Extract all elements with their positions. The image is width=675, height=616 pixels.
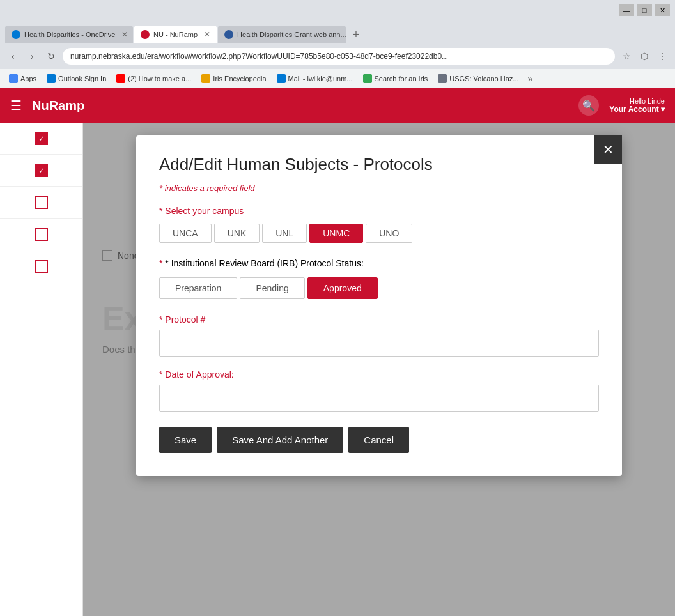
- status-buttons-group: Preparation Pending Approved: [159, 277, 599, 299]
- bookmark-icon-iris: [201, 74, 210, 83]
- bookmark-search-iris[interactable]: Search for an Iris: [359, 73, 432, 84]
- approval-date-field: * Date of Approval:: [159, 369, 599, 412]
- bookmark-icon-search-iris: [363, 74, 372, 83]
- tab-label-1: Health Disparities - OneDrive: [24, 31, 115, 38]
- tab-favicon-1: [12, 30, 20, 39]
- bookmark-label-outlook: Outlook Sign In: [58, 75, 106, 82]
- campus-btn-unmc[interactable]: UNMC: [309, 224, 363, 243]
- sidebar-item-4[interactable]: [0, 219, 82, 250]
- campus-btn-unca[interactable]: UNCA: [159, 224, 212, 243]
- app-header: ☰ NuRamp 🔍 Hello Linde Your Account ▾: [0, 88, 675, 123]
- modal-close-button[interactable]: ✕: [594, 135, 622, 164]
- maximize-button[interactable]: □: [637, 4, 652, 16]
- back-button[interactable]: ‹: [5, 49, 20, 64]
- bookmark-usgs[interactable]: USGS: Volcano Haz...: [434, 73, 522, 84]
- hamburger-menu-icon[interactable]: ☰: [10, 98, 22, 113]
- tab-close-2[interactable]: ✕: [204, 30, 210, 39]
- required-note: * indicates a required field: [159, 183, 599, 193]
- sidebar-item-5[interactable]: [0, 250, 82, 282]
- sidebar-checkbox-5: [35, 260, 48, 273]
- save-button[interactable]: Save: [159, 427, 212, 453]
- irb-required-star: *: [159, 258, 165, 268]
- tab-close-1[interactable]: ✕: [121, 30, 128, 39]
- approval-date-label: * Date of Approval:: [159, 369, 599, 380]
- approval-date-input[interactable]: [159, 385, 599, 412]
- irb-label-text: * Institutional Review Board (IRB) Proto…: [165, 258, 363, 268]
- minimize-button[interactable]: —: [619, 4, 634, 16]
- bookmark-label-search-iris: Search for an Iris: [375, 75, 428, 82]
- bookmark-label-apps: Apps: [20, 75, 36, 82]
- sidebar: ✓ ✓: [0, 123, 83, 616]
- bookmark-label-mail: Mail - lwilkie@unm...: [288, 75, 353, 82]
- new-tab-button[interactable]: +: [347, 26, 365, 43]
- tab-favicon-3: [224, 30, 233, 39]
- extensions-icon[interactable]: ⬡: [637, 49, 652, 64]
- forward-button[interactable]: ›: [24, 49, 40, 64]
- modal-overlay: ✕ Add/Edit Human Subjects - Protocols * …: [83, 123, 675, 616]
- browser-tab-3[interactable]: Health Disparities Grant web ann... ✕: [218, 26, 346, 43]
- tab-favicon-2: [141, 30, 150, 39]
- irb-label: * * Institutional Review Board (IRB) Pro…: [159, 258, 599, 268]
- browser-tab-2[interactable]: NU - NuRamp ✕: [134, 26, 217, 43]
- bookmark-apps[interactable]: Apps: [5, 73, 40, 84]
- sidebar-item-3[interactable]: [0, 187, 82, 219]
- menu-icon[interactable]: ⋮: [655, 49, 670, 64]
- protocol-input[interactable]: [159, 330, 599, 357]
- campus-label: * Select your campus: [159, 206, 599, 216]
- sidebar-checkbox-3: [35, 196, 48, 209]
- sidebar-item-2[interactable]: ✓: [0, 155, 82, 187]
- bookmark-star-icon[interactable]: ☆: [619, 49, 634, 64]
- bookmark-iris[interactable]: Iris Encyclopedia: [198, 73, 270, 84]
- address-input[interactable]: [63, 48, 615, 65]
- app-area: ☰ NuRamp 🔍 Hello Linde Your Account ▾ ✓ …: [0, 88, 675, 616]
- header-hello: Hello Linde: [609, 97, 665, 105]
- save-and-add-another-button[interactable]: Save And Add Another: [217, 427, 343, 453]
- bookmark-label-youtube: (2) How to make a...: [128, 75, 191, 82]
- status-btn-approved[interactable]: Approved: [307, 277, 378, 299]
- bookmark-icon-usgs: [438, 74, 447, 83]
- bookmark-mail[interactable]: Mail - lwilkie@unm...: [273, 73, 357, 84]
- cancel-button[interactable]: Cancel: [348, 427, 409, 453]
- browser-tab-1[interactable]: Health Disparities - OneDrive ✕: [5, 26, 133, 43]
- campus-btn-uno[interactable]: UNO: [366, 224, 412, 243]
- sidebar-checkbox-1: ✓: [35, 132, 48, 145]
- close-button[interactable]: ✕: [655, 4, 670, 16]
- address-bar: ‹ › ↻ ☆ ⬡ ⋮: [0, 43, 675, 69]
- reload-button[interactable]: ↻: [43, 49, 59, 64]
- bookmark-icon-outlook: [47, 74, 56, 83]
- bookmark-label-iris: Iris Encyclopedia: [213, 75, 266, 82]
- campus-btn-unl[interactable]: UNL: [262, 224, 307, 243]
- status-btn-pending[interactable]: Pending: [240, 277, 304, 299]
- header-account[interactable]: Hello Linde Your Account ▾: [609, 97, 665, 114]
- protocol-label: * Protocol #: [159, 314, 599, 325]
- main-content: None of the above Export Controls Does t…: [83, 123, 675, 616]
- title-bar: — □ ✕: [0, 0, 675, 20]
- window-controls[interactable]: — □ ✕: [619, 4, 670, 16]
- campus-buttons-group: UNCA UNK UNL UNMC UNO: [159, 224, 599, 243]
- header-search-icon[interactable]: 🔍: [578, 95, 599, 116]
- bookmark-icon-youtube: [116, 74, 125, 83]
- bookmark-label-usgs: USGS: Volcano Haz...: [449, 75, 518, 82]
- tab-label-3: Health Disparities Grant web ann...: [237, 31, 346, 38]
- bookmark-outlook[interactable]: Outlook Sign In: [43, 73, 110, 84]
- modal-footer: Save Save And Add Another Cancel: [159, 427, 599, 453]
- header-account-link[interactable]: Your Account ▾: [609, 105, 665, 114]
- tab-bar: Health Disparities - OneDrive ✕ NU - NuR…: [0, 20, 675, 43]
- page-layout: ✓ ✓ None of the above: [0, 123, 675, 616]
- app-logo: NuRamp: [32, 98, 84, 113]
- tab-label-2: NU - NuRamp: [153, 31, 198, 38]
- modal-dialog: ✕ Add/Edit Human Subjects - Protocols * …: [136, 135, 622, 476]
- sidebar-item-1[interactable]: ✓: [0, 123, 82, 155]
- bookmarks-more-button[interactable]: »: [525, 72, 536, 85]
- protocol-field: * Protocol #: [159, 314, 599, 357]
- bookmark-icon-apps: [9, 74, 18, 83]
- sidebar-checkbox-2: ✓: [35, 164, 48, 177]
- campus-btn-unk[interactable]: UNK: [214, 224, 260, 243]
- bookmark-youtube[interactable]: (2) How to make a...: [112, 73, 195, 84]
- bookmarks-bar: Apps Outlook Sign In (2) How to make a..…: [0, 69, 675, 88]
- status-btn-preparation[interactable]: Preparation: [159, 277, 237, 299]
- bookmark-icon-mail: [277, 74, 286, 83]
- sidebar-checkbox-4: [35, 228, 48, 241]
- modal-title: Add/Edit Human Subjects - Protocols: [159, 155, 599, 174]
